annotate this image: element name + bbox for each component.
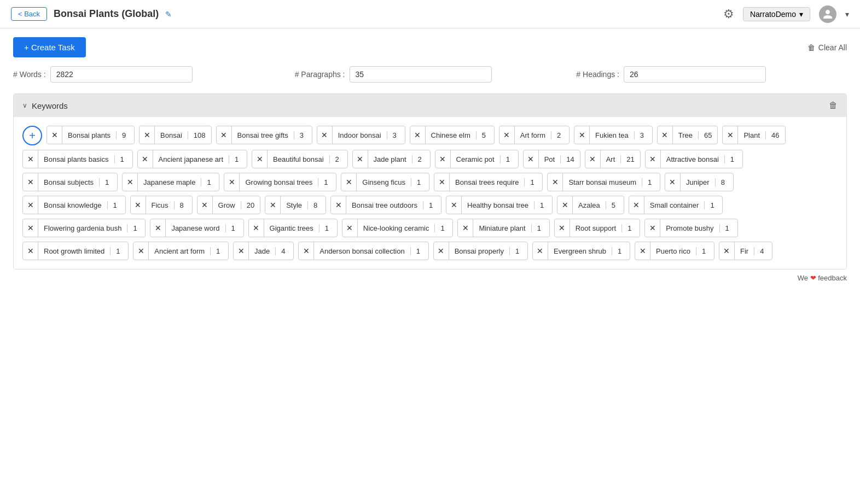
keyword-remove-button[interactable]: ✕: [131, 196, 146, 214]
keyword-remove-button[interactable]: ✕: [645, 219, 660, 237]
keyword-count: 20: [241, 201, 260, 209]
keyword-text: Bonsai subjects: [38, 178, 100, 186]
keyword-tag: ✕ Fir 4: [719, 242, 772, 260]
words-stat: # Words :: [13, 66, 284, 83]
keyword-count: 1: [411, 178, 429, 186]
keyword-remove-button[interactable]: ✕: [723, 126, 738, 144]
avatar[interactable]: [819, 5, 836, 23]
keyword-remove-button[interactable]: ✕: [123, 173, 138, 191]
keywords-delete-icon[interactable]: 🗑: [829, 101, 838, 110]
keyword-count: 5: [477, 131, 494, 139]
keyword-tag: ✕ Ginseng ficus 1: [341, 173, 429, 191]
keyword-remove-button[interactable]: ✕: [23, 173, 38, 191]
keyword-remove-button[interactable]: ✕: [23, 242, 38, 260]
keyword-remove-button[interactable]: ✕: [23, 219, 38, 237]
keyword-remove-button[interactable]: ✕: [719, 242, 735, 260]
keyword-remove-button[interactable]: ✕: [435, 150, 451, 168]
user-dropdown[interactable]: NarratoDemo ▾: [743, 7, 810, 21]
keyword-remove-button[interactable]: ✕: [658, 126, 673, 144]
toolbar: + Create Task 🗑 Clear All: [0, 28, 860, 66]
user-dropdown-arrow[interactable]: ▾: [845, 10, 849, 19]
keyword-count: 14: [561, 155, 579, 163]
create-task-button[interactable]: + Create Task: [13, 37, 86, 57]
keyword-remove-button[interactable]: ✕: [524, 150, 539, 168]
keyword-remove-button[interactable]: ✕: [410, 126, 426, 144]
keyword-text: Bonsai plants basics: [38, 155, 115, 163]
keyword-remove-button[interactable]: ✕: [499, 126, 515, 144]
keyword-remove-button[interactable]: ✕: [133, 242, 149, 260]
keyword-tag: ✕ Fukien tea 3: [574, 126, 653, 144]
back-button[interactable]: < Back: [11, 7, 47, 21]
keyword-remove-button[interactable]: ✕: [585, 150, 601, 168]
keyword-text: Bonsai tree outdoors: [346, 201, 423, 209]
keyword-count: 1: [115, 155, 132, 163]
keyword-remove-button[interactable]: ✕: [629, 196, 644, 214]
keyword-remove-button[interactable]: ✕: [353, 150, 368, 168]
keyword-remove-button[interactable]: ✕: [434, 242, 449, 260]
keyword-tag: ✕ Growing bonsai trees 1: [224, 173, 336, 191]
keyword-tag: ✕ Flowering gardenia bush 1: [22, 219, 146, 237]
keyword-tag: ✕ Pot 14: [523, 150, 580, 168]
page-title: Bonsai Plants (Global): [54, 8, 159, 20]
keyword-text: Plant: [738, 131, 766, 139]
keyword-tag: ✕ Juniper 8: [665, 173, 734, 191]
keyword-remove-button[interactable]: ✕: [47, 126, 62, 144]
keyword-remove-button[interactable]: ✕: [446, 196, 462, 214]
keyword-count: 1: [319, 224, 337, 232]
keyword-count: 3: [294, 131, 312, 139]
keyword-count: 2: [330, 155, 347, 163]
header-right: ⚙ NarratoDemo ▾ ▾: [723, 5, 849, 23]
keyword-remove-button[interactable]: ✕: [458, 219, 473, 237]
keyword-text: Fir: [735, 247, 754, 255]
keyword-remove-button[interactable]: ✕: [574, 126, 590, 144]
keyword-remove-button[interactable]: ✕: [555, 219, 570, 237]
keyword-count: 108: [188, 131, 211, 139]
keyword-count: 1: [705, 201, 722, 209]
keyword-remove-button[interactable]: ✕: [342, 219, 358, 237]
keyword-remove-button[interactable]: ✕: [150, 219, 166, 237]
keyword-remove-button[interactable]: ✕: [23, 196, 38, 214]
keyword-remove-button[interactable]: ✕: [665, 173, 681, 191]
keyword-tag: ✕ Beautiful bonsai 2: [252, 150, 348, 168]
dropdown-label: NarratoDemo: [750, 10, 796, 19]
add-keyword-button[interactable]: +: [22, 126, 42, 145]
keyword-tag: ✕ Gigantic trees 1: [248, 219, 338, 237]
keyword-remove-button[interactable]: ✕: [434, 173, 450, 191]
paragraphs-input[interactable]: [350, 66, 492, 83]
keyword-remove-button[interactable]: ✕: [224, 173, 240, 191]
keyword-text: Miniature plant: [473, 224, 531, 232]
keyword-tag: ✕ Promote bushy 1: [644, 219, 737, 237]
keyword-remove-button[interactable]: ✕: [234, 242, 249, 260]
headings-input[interactable]: [624, 66, 766, 83]
keyword-remove-button[interactable]: ✕: [548, 173, 563, 191]
keyword-remove-button[interactable]: ✕: [23, 150, 38, 168]
chevron-down-icon[interactable]: ∨: [22, 102, 27, 109]
keyword-count: 8: [716, 178, 733, 186]
keyword-remove-button[interactable]: ✕: [140, 126, 155, 144]
keyword-text: Bonsai tree gifts: [232, 131, 294, 139]
keyword-text: Ginseng ficus: [357, 178, 411, 186]
gear-icon[interactable]: ⚙: [723, 7, 734, 21]
keywords-body: + ✕ Bonsai plants 9 ✕ Bonsai 108 ✕ Bonsa…: [14, 117, 846, 269]
words-input[interactable]: [50, 66, 193, 83]
keyword-remove-button[interactable]: ✕: [557, 196, 573, 214]
keyword-count: 1: [229, 155, 247, 163]
keyword-remove-button[interactable]: ✕: [341, 173, 357, 191]
keyword-remove-button[interactable]: ✕: [317, 126, 333, 144]
edit-icon[interactable]: ✎: [165, 10, 172, 19]
keyword-count: 1: [201, 178, 219, 186]
keyword-remove-button[interactable]: ✕: [646, 150, 661, 168]
keyword-count: 46: [766, 131, 785, 139]
keyword-text: Japanese word: [166, 224, 225, 232]
keyword-remove-button[interactable]: ✕: [265, 196, 281, 214]
keyword-remove-button[interactable]: ✕: [197, 196, 213, 214]
keyword-remove-button[interactable]: ✕: [138, 150, 153, 168]
keyword-remove-button[interactable]: ✕: [331, 196, 346, 214]
keyword-remove-button[interactable]: ✕: [252, 150, 268, 168]
keyword-remove-button[interactable]: ✕: [249, 219, 264, 237]
keyword-remove-button[interactable]: ✕: [635, 242, 650, 260]
keyword-remove-button[interactable]: ✕: [299, 242, 314, 260]
keyword-remove-button[interactable]: ✕: [533, 242, 548, 260]
keyword-remove-button[interactable]: ✕: [217, 126, 232, 144]
clear-all-button[interactable]: 🗑 Clear All: [807, 43, 847, 52]
